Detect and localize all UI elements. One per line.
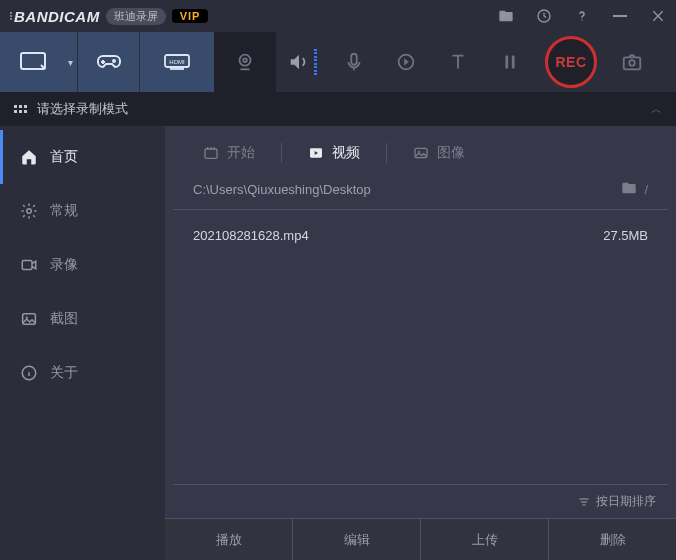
action-bar: 播放 编辑 上传 删除 xyxy=(165,518,676,560)
delete-button[interactable]: 删除 xyxy=(549,519,676,560)
clock-icon[interactable] xyxy=(536,8,552,24)
svg-point-3 xyxy=(113,60,115,62)
sidebar-item-home[interactable]: 首页 xyxy=(0,130,165,184)
tab-label: 图像 xyxy=(437,144,465,162)
grid-icon xyxy=(14,105,27,113)
svg-rect-12 xyxy=(624,57,641,69)
speaker-button[interactable] xyxy=(276,32,328,92)
snapshot-button[interactable] xyxy=(606,32,658,92)
sidebar-item-general[interactable]: 常规 xyxy=(0,184,165,238)
mode-device-button[interactable]: HDMI xyxy=(140,32,214,92)
svg-rect-15 xyxy=(22,261,32,270)
edit-button[interactable]: 编辑 xyxy=(293,519,421,560)
tab-label: 开始 xyxy=(227,144,255,162)
svg-point-14 xyxy=(27,209,32,214)
sidebar-item-label: 常规 xyxy=(50,202,78,220)
brand-name: BANDICAM xyxy=(14,8,100,25)
file-name: 202108281628.mp4 xyxy=(193,228,309,243)
path-suffix: / xyxy=(644,182,648,197)
chevron-up-icon: ︿ xyxy=(651,102,662,117)
upload-button[interactable]: 上传 xyxy=(421,519,549,560)
file-list: 202108281628.mp4 27.5MB xyxy=(173,210,668,485)
sidebar-item-video[interactable]: 录像 xyxy=(0,238,165,292)
folder-icon[interactable] xyxy=(498,8,514,24)
chevron-down-icon: ▾ xyxy=(68,57,73,68)
svg-text:HDMI: HDMI xyxy=(169,59,185,65)
app-logo: BANDICAM xyxy=(10,8,100,25)
path-text: C:\Users\Qiuxueshing\Desktop xyxy=(193,182,371,197)
sort-control[interactable]: 按日期排序 xyxy=(165,485,676,518)
sidebar-item-label: 关于 xyxy=(50,364,78,382)
play-button[interactable]: 播放 xyxy=(165,519,293,560)
svg-rect-11 xyxy=(512,56,515,69)
mode-game-button[interactable] xyxy=(78,32,140,92)
brand-subtitle: 班迪录屏 xyxy=(106,8,166,25)
record-label: REC xyxy=(555,54,586,70)
minimize-button[interactable] xyxy=(612,8,628,24)
text-overlay-button[interactable] xyxy=(432,32,484,92)
sidebar-item-label: 录像 xyxy=(50,256,78,274)
sidebar-item-image[interactable]: 截图 xyxy=(0,292,165,346)
sort-label: 按日期排序 xyxy=(596,493,656,510)
help-icon[interactable] xyxy=(574,8,590,24)
mode-selector-bar[interactable]: 请选择录制模式 ︿ xyxy=(0,92,676,126)
svg-point-1 xyxy=(581,19,582,20)
svg-rect-21 xyxy=(415,148,427,157)
sidebar-item-about[interactable]: 关于 xyxy=(0,346,165,400)
svg-rect-19 xyxy=(205,149,217,158)
file-row[interactable]: 202108281628.mp4 27.5MB xyxy=(181,218,660,253)
tab-image[interactable]: 图像 xyxy=(387,140,491,166)
open-folder-button[interactable] xyxy=(620,180,638,199)
webcam-button[interactable] xyxy=(214,32,276,92)
mode-selector-label: 请选择录制模式 xyxy=(37,100,128,118)
microphone-button[interactable] xyxy=(328,32,380,92)
content-area: 开始 视频 图像 C:\Users\Qiuxueshing\Desktop / xyxy=(165,126,676,560)
close-button[interactable] xyxy=(650,8,666,24)
svg-rect-10 xyxy=(505,56,508,69)
svg-point-7 xyxy=(243,58,247,62)
sidebar-item-label: 截图 xyxy=(50,310,78,328)
mode-screen-button[interactable]: ▾ xyxy=(0,32,78,92)
main-toolbar: ▾ HDMI RE xyxy=(0,32,676,92)
svg-point-6 xyxy=(240,55,251,66)
title-bar: BANDICAM 班迪录屏 VIP xyxy=(0,0,676,32)
tab-label: 视频 xyxy=(332,144,360,162)
svg-point-13 xyxy=(629,60,635,65)
sidebar: 首页 常规 录像 截图 关于 xyxy=(0,126,165,560)
record-button[interactable]: REC xyxy=(545,36,597,88)
pause-button[interactable] xyxy=(484,32,536,92)
sidebar-item-label: 首页 xyxy=(50,148,78,166)
path-row: C:\Users\Qiuxueshing\Desktop / xyxy=(173,180,668,210)
svg-rect-16 xyxy=(23,314,36,325)
cursor-effect-button[interactable] xyxy=(380,32,432,92)
vip-badge: VIP xyxy=(172,9,209,23)
file-size: 27.5MB xyxy=(603,228,648,243)
tab-video[interactable]: 视频 xyxy=(282,140,386,166)
tab-start[interactable]: 开始 xyxy=(177,140,281,166)
svg-rect-8 xyxy=(351,54,357,65)
